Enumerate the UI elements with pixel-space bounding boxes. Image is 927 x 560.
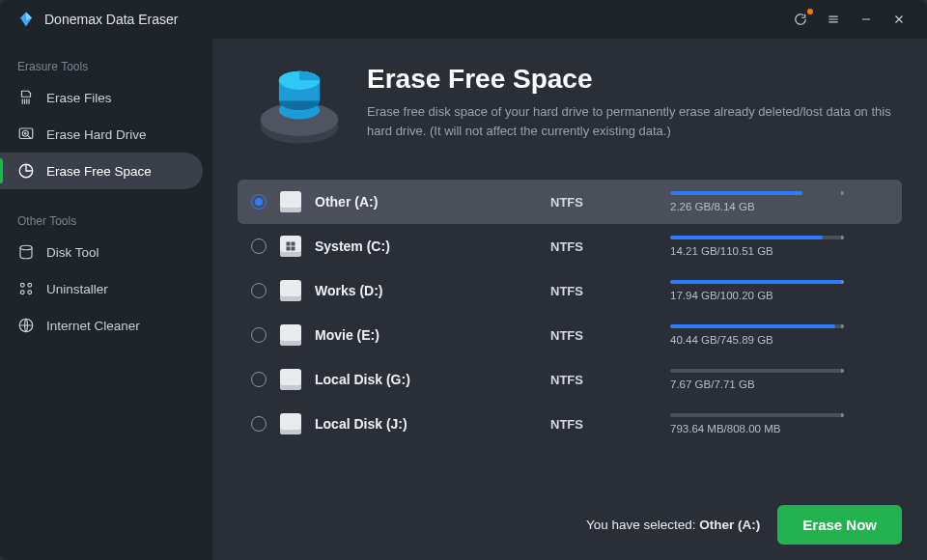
drive-usage: 40.44 GB/745.89 GB	[670, 324, 844, 346]
selection-prefix: You have selected:	[586, 518, 699, 532]
drive-name: Works (D:)	[315, 283, 537, 298]
drive-name: Local Disk (J:)	[315, 416, 537, 432]
svg-point-12	[25, 133, 27, 135]
drive-volume-icon	[280, 236, 301, 257]
drive-row[interactable]: Local Disk (J:)NTFS793.64 MB/808.00 MB	[238, 402, 902, 446]
svg-point-11	[22, 130, 28, 136]
drive-filesystem: NTFS	[550, 417, 657, 432]
drive-name: Local Disk (G:)	[315, 372, 537, 387]
sidebar-item-erase-hard-drive[interactable]: Erase Hard Drive	[0, 116, 212, 153]
hero: Erase Free Space Erase free disk space o…	[238, 58, 902, 162]
drive-radio[interactable]	[251, 372, 267, 387]
globe-clean-icon	[17, 317, 35, 334]
drive-filesystem: NTFS	[550, 328, 657, 343]
drive-name: Movie (E:)	[315, 327, 537, 343]
sidebar-item-label: Disk Tool	[46, 245, 99, 260]
drive-list: Other (A:)NTFS2.26 GB/8.14 GBSystem (C:)…	[238, 180, 902, 482]
drive-filesystem: NTFS	[550, 195, 657, 210]
drive-filesystem: NTFS	[550, 239, 657, 254]
drive-volume-icon	[280, 369, 301, 390]
app-title: Donemax Data Eraser	[44, 12, 179, 27]
drive-row[interactable]: Works (D:)NTFS17.94 GB/100.20 GB	[238, 268, 902, 313]
drive-radio[interactable]	[251, 238, 267, 254]
sidebar-item-uninstaller[interactable]: Uninstaller	[0, 270, 212, 307]
titlebar: Donemax Data Eraser	[0, 0, 927, 39]
drive-row[interactable]: Other (A:)NTFS2.26 GB/8.14 GB	[238, 180, 902, 224]
drive-usage-text: 17.94 GB/100.20 GB	[670, 290, 844, 301]
minimize-button[interactable]	[850, 0, 883, 39]
page-title: Erase Free Space	[367, 64, 902, 95]
svg-rect-29	[287, 247, 291, 251]
svg-point-17	[28, 283, 32, 287]
drive-usage: 14.21 GB/110.51 GB	[670, 236, 844, 257]
drive-volume-icon	[280, 280, 301, 301]
sidebar-item-label: Erase Files	[46, 91, 112, 105]
sidebar-item-label: Erase Hard Drive	[46, 127, 147, 142]
close-button[interactable]	[883, 0, 915, 39]
page-description: Erase free disk space of your hard drive…	[367, 102, 902, 141]
menu-button[interactable]	[817, 0, 850, 39]
svg-point-16	[20, 283, 24, 287]
svg-rect-28	[292, 242, 295, 246]
drive-name: System (C:)	[315, 238, 537, 254]
sidebar-item-disk-tool[interactable]: Disk Tool	[0, 234, 212, 270]
drive-usage: 2.26 GB/8.14 GB	[670, 191, 844, 212]
sidebar-item-label: Uninstaller	[46, 282, 108, 296]
drive-radio[interactable]	[251, 283, 267, 298]
update-badge-icon	[807, 9, 813, 14]
sidebar-item-internet-cleaner[interactable]: Internet Cleaner	[0, 307, 212, 344]
svg-rect-30	[292, 247, 295, 251]
drive-icon	[17, 243, 35, 261]
drive-usage: 7.67 GB/7.71 GB	[670, 369, 844, 390]
drive-usage-text: 14.21 GB/110.51 GB	[670, 245, 844, 257]
drive-row[interactable]: Local Disk (G:)NTFS7.67 GB/7.71 GB	[238, 357, 902, 402]
selection-text: You have selected: Other (A:)	[586, 518, 760, 532]
drive-usage: 17.94 GB/100.20 GB	[670, 280, 844, 301]
sidebar-item-erase-free-space[interactable]: Erase Free Space	[0, 153, 203, 189]
drive-row[interactable]: Movie (E:)NTFS40.44 GB/745.89 GB	[238, 313, 902, 357]
sidebar-section-erasure: Erasure Tools	[0, 52, 212, 79]
drive-radio[interactable]	[251, 327, 267, 343]
drive-usage: 793.64 MB/808.00 MB	[670, 413, 844, 434]
hard-drive-icon	[17, 126, 35, 143]
drive-volume-icon	[280, 413, 301, 434]
sidebar-section-other: Other Tools	[0, 207, 212, 234]
file-shred-icon	[17, 89, 35, 106]
main-panel: Erase Free Space Erase free disk space o…	[212, 39, 927, 560]
drive-filesystem: NTFS	[550, 373, 657, 387]
drive-name: Other (A:)	[315, 194, 537, 210]
apps-icon	[17, 280, 35, 297]
drive-usage-text: 2.26 GB/8.14 GB	[670, 201, 844, 212]
drive-usage-text: 7.67 GB/7.71 GB	[670, 378, 844, 390]
drive-radio[interactable]	[251, 416, 267, 432]
selection-value: Other (A:)	[699, 518, 760, 532]
drive-usage-text: 793.64 MB/808.00 MB	[670, 423, 844, 434]
drive-usage-text: 40.44 GB/745.89 GB	[670, 334, 844, 346]
drive-volume-icon	[280, 191, 301, 212]
app-logo-icon	[17, 11, 35, 28]
drive-radio[interactable]	[251, 194, 267, 210]
svg-point-15	[20, 245, 32, 250]
svg-point-18	[20, 291, 24, 294]
sidebar: Erasure Tools Erase Files Erase Hard Dri…	[0, 39, 212, 560]
drive-volume-icon	[280, 324, 301, 346]
piechart-icon	[17, 162, 35, 180]
drive-filesystem: NTFS	[550, 284, 657, 298]
sidebar-item-label: Erase Free Space	[46, 164, 152, 179]
update-button[interactable]	[784, 0, 817, 39]
erase-now-button[interactable]: Erase Now	[777, 505, 902, 545]
svg-rect-27	[287, 242, 291, 246]
drive-row[interactable]: System (C:)NTFS14.21 GB/110.51 GB	[238, 224, 902, 268]
hero-disk-icon	[253, 64, 346, 156]
svg-point-19	[28, 291, 32, 294]
footer: You have selected: Other (A:) Erase Now	[238, 499, 902, 545]
sidebar-item-label: Internet Cleaner	[46, 319, 140, 333]
sidebar-item-erase-files[interactable]: Erase Files	[0, 79, 212, 116]
